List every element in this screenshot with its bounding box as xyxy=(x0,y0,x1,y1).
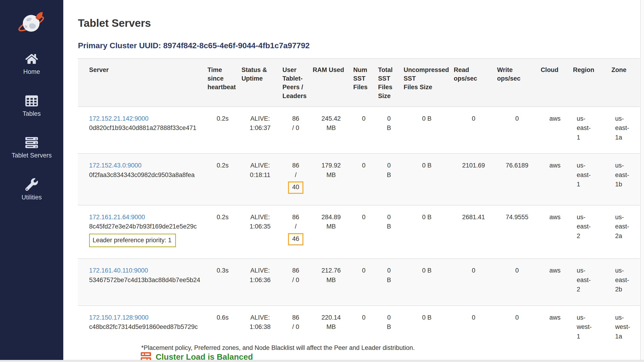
read-ops-cell: 0 xyxy=(452,306,495,352)
total-sst-size-cell-value: 0 B xyxy=(387,162,391,178)
leader-preference-badge: Leader preference priority: 1 xyxy=(89,234,176,247)
region-cell: us- east- 2 xyxy=(571,205,610,259)
table-header: ServerTime since heartbeatStatus & Uptim… xyxy=(78,59,640,107)
sidebar-item-label: Tablet Servers xyxy=(12,152,52,159)
uncompressed-sst-size-cell-value: 0 B xyxy=(422,314,432,321)
status-uptime-cell: ALIVE: 1:06:36 xyxy=(240,259,280,306)
uncompressed-sst-size-cell: 0 B xyxy=(402,259,452,306)
ram-used-cell-value: 245.42 MB xyxy=(322,115,341,132)
server-link[interactable]: 172.152.21.142:9000 xyxy=(89,115,148,122)
column-server: Server xyxy=(78,59,206,107)
status-uptime-cell-value: ALIVE: 1:06:37 xyxy=(250,115,270,132)
table-row: 172.161.40.110:900053467572be7c4d13b3ac8… xyxy=(78,259,640,306)
num-sst-files-cell: 0 xyxy=(351,153,376,205)
utilities-icon xyxy=(25,178,38,191)
region-cell-value: us- east- 1 xyxy=(577,115,591,141)
cloud-cell-value: aws xyxy=(549,115,560,122)
peers-leaders-cell-value: 86 / 0 xyxy=(292,115,299,132)
num-sst-files-cell: 0 xyxy=(351,205,376,259)
sidebar-item-utilities[interactable]: Utilities xyxy=(22,178,42,201)
ram-used-cell: 212.76 MB xyxy=(311,259,351,306)
column-region: Region xyxy=(571,59,610,107)
heartbeat-cell: 0.2s xyxy=(206,153,240,205)
read-ops-cell: 0 xyxy=(452,259,495,306)
scrollbar[interactable] xyxy=(640,0,644,362)
cloud-cell-value: aws xyxy=(549,314,560,321)
zone-cell: us- east- 1b xyxy=(610,153,640,205)
read-ops-cell: 2681.41 xyxy=(452,205,495,259)
server-cell: 172.152.21.142:90000d820cf1b93c40d881a27… xyxy=(78,107,206,154)
ram-used-cell: 245.42 MB xyxy=(311,107,351,154)
leaders-count-boxed: 46 xyxy=(288,233,304,246)
region-cell-value: us- west- 1 xyxy=(577,314,592,340)
uncompressed-sst-size-cell-value: 0 B xyxy=(422,115,432,122)
column-num-sst-files: Num SST Files xyxy=(351,59,376,107)
sidebar-item-home[interactable]: Home xyxy=(23,53,40,75)
sidebar-item-label: Tables xyxy=(22,110,41,117)
write-ops-cell-value: 74.9555 xyxy=(506,214,528,221)
cloud-cell-value: aws xyxy=(549,267,560,274)
server-uuid: 0f2faa3c834343c0982dc9503a8a8fea xyxy=(89,170,204,180)
server-uuid: 8c45fd27e3e24b7b93f169de21e5e29c xyxy=(89,222,204,231)
cloud-cell-value: aws xyxy=(549,214,560,221)
cloud-cell: aws xyxy=(539,107,571,154)
peers-leaders-cell-value: 86 / 0 xyxy=(292,314,299,330)
tablet-servers-table: ServerTime since heartbeatStatus & Uptim… xyxy=(78,58,640,352)
status-uptime-cell: ALIVE: 0:18:11 xyxy=(240,153,280,205)
peers-leaders-cell: 86 / 0 xyxy=(280,259,311,306)
num-sst-files-cell-value: 0 xyxy=(362,214,366,221)
total-sst-size-cell-value: 0 B xyxy=(387,314,391,330)
peers-leaders-cell-value: 86 / xyxy=(292,162,299,178)
server-cell: 172.161.40.110:900053467572be7c4d13b3ac8… xyxy=(78,259,206,306)
server-link[interactable]: 172.152.43.0:9000 xyxy=(89,162,142,169)
home-icon xyxy=(25,53,38,65)
server-link[interactable]: 172.161.21.64:9000 xyxy=(89,214,145,221)
zone-cell: us- west- 1a xyxy=(610,306,640,352)
server-link[interactable]: 172.161.40.110:9000 xyxy=(89,267,148,274)
total-sst-size-cell-value: 0 B xyxy=(387,267,391,283)
column-read-ops: Read ops/sec xyxy=(452,59,495,107)
status-uptime-cell: ALIVE: 1:06:35 xyxy=(240,205,280,259)
sidebar-item-tables[interactable]: Tables xyxy=(22,95,41,117)
peers-leaders-cell: 86 /46 xyxy=(280,205,311,259)
column-cloud: Cloud xyxy=(539,59,571,107)
num-sst-files-cell-value: 0 xyxy=(362,115,366,122)
table-header-row: ServerTime since heartbeatStatus & Uptim… xyxy=(78,59,640,107)
read-ops-cell: 0 xyxy=(452,107,495,154)
peers-leaders-cell: 86 /40 xyxy=(280,153,311,205)
heartbeat-cell-value: 0.2s xyxy=(216,162,228,169)
heartbeat-cell-value: 0.2s xyxy=(216,214,228,221)
read-ops-cell-value: 0 xyxy=(472,115,475,122)
total-sst-size-cell: 0 B xyxy=(376,153,402,205)
total-sst-size-cell: 0 B xyxy=(376,259,402,306)
zone-cell: us- east- 1a xyxy=(610,107,640,154)
read-ops-cell-value: 0 xyxy=(472,314,475,321)
zone-cell: us- east- 2b xyxy=(610,259,640,306)
server-link[interactable]: 172.150.17.128:9000 xyxy=(89,314,148,321)
write-ops-cell-value: 0 xyxy=(515,314,519,321)
tserver-table-body: 172.152.21.142:90000d820cf1b93c40d881a27… xyxy=(78,107,640,352)
uncompressed-sst-size-cell: 0 B xyxy=(402,107,452,154)
num-sst-files-cell-value: 0 xyxy=(362,267,366,274)
column-peers-leaders: User Tablet- Peers / Leaders xyxy=(280,59,311,107)
logo[interactable] xyxy=(17,10,46,35)
sidebar-item-label: Home xyxy=(23,69,40,75)
write-ops-cell: 0 xyxy=(495,107,539,154)
ram-used-cell-value: 220.14 MB xyxy=(322,314,341,330)
server-cell: 172.161.21.64:90008c45fd27e3e24b7b93f169… xyxy=(78,205,206,259)
total-sst-size-cell-value: 0 B xyxy=(387,214,391,230)
peers-leaders-cell-value: 86 / xyxy=(292,214,299,230)
cloud-cell: aws xyxy=(539,153,571,205)
sidebar-item-tablet-servers[interactable]: Tablet Servers xyxy=(12,136,52,159)
zone-cell: us- east- 2a xyxy=(610,205,640,259)
column-total-sst-size: Total SST Files Size xyxy=(376,59,402,107)
region-cell: us- east- 2 xyxy=(571,259,610,306)
region-cell-value: us- east- 2 xyxy=(577,267,591,293)
write-ops-cell-value: 76.6189 xyxy=(506,162,528,169)
read-ops-cell-value: 0 xyxy=(472,267,475,274)
uncompressed-sst-size-cell-value: 0 B xyxy=(422,214,432,221)
zone-cell-value: us- east- 2b xyxy=(615,267,629,293)
heartbeat-cell-value: 0.6s xyxy=(216,314,228,321)
write-ops-cell: 0 xyxy=(495,259,539,306)
read-ops-cell-value: 2681.41 xyxy=(462,214,485,221)
